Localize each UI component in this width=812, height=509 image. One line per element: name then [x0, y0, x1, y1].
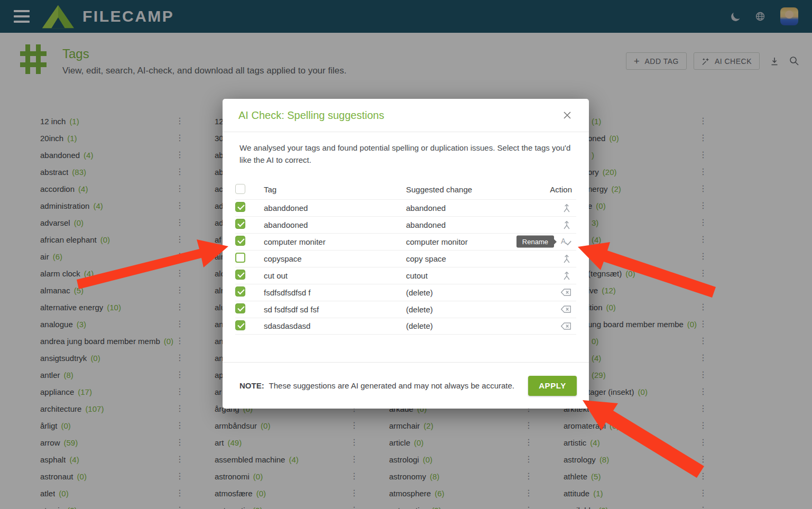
suggestion-row: computer monitercomputer monitorARename — [235, 233, 576, 250]
delete-action-icon[interactable] — [560, 303, 572, 315]
suggestions-table: Tag Suggested change Action abanddonedab… — [235, 180, 576, 335]
modal-description: We analysed your tags and found potentia… — [239, 142, 572, 166]
merge-action-icon[interactable] — [561, 202, 572, 213]
merge-action-icon[interactable] — [561, 253, 572, 264]
suggestion-row: cut outcutout — [235, 267, 576, 284]
suggestion-change: abandoned — [406, 220, 540, 229]
column-header-tag: Tag — [264, 185, 406, 194]
suggestion-tag: sdasdasdasd — [264, 321, 406, 330]
suggestion-row: sd fsdfsdf sd fsf(delete) — [235, 301, 576, 318]
ai-check-modal: AI Check: Spelling suggestions We analys… — [223, 99, 589, 409]
row-checkbox[interactable] — [235, 270, 245, 280]
rename-tooltip: Rename — [516, 236, 554, 248]
suggestion-row: copyspacecopy space — [235, 250, 576, 267]
merge-action-icon[interactable] — [561, 270, 572, 281]
suggestion-change: copy space — [406, 254, 540, 263]
suggestion-tag: fsdfsdfsdfsd f — [264, 288, 406, 297]
row-checkbox[interactable] — [235, 236, 245, 246]
suggestion-tag: cut out — [264, 271, 406, 280]
suggestion-tag: computer moniter — [264, 237, 406, 246]
row-checkbox[interactable] — [235, 320, 245, 330]
row-checkbox[interactable] — [235, 202, 245, 212]
suggestion-tag: abanddoned — [264, 203, 406, 212]
delete-action-icon[interactable] — [560, 320, 572, 332]
suggestion-row: abandoonedabandoned — [235, 216, 576, 233]
column-header-suggested: Suggested change — [406, 185, 540, 194]
row-checkbox[interactable] — [235, 286, 245, 297]
modal-note: NOTE: These suggestions are AI generated… — [239, 381, 514, 390]
suggestion-row: fsdfsdfsdfsd f(delete) — [235, 284, 576, 301]
suggestion-row: sdasdasdasd(delete) — [235, 318, 576, 335]
row-checkbox[interactable] — [235, 219, 245, 229]
suggestion-tag: copyspace — [264, 254, 406, 263]
table-header-row: Tag Suggested change Action — [235, 180, 576, 199]
row-checkbox[interactable] — [235, 253, 245, 263]
suggestion-change: (delete) — [406, 305, 540, 314]
suggestion-change: (delete) — [406, 288, 540, 297]
apply-button[interactable]: APPLY — [528, 376, 577, 396]
suggestion-change: (delete) — [406, 321, 540, 330]
rename-action-icon[interactable]: A — [560, 236, 572, 247]
suggestion-tag: sd fsdfsdf sd fsf — [264, 305, 406, 314]
modal-footer: NOTE: These suggestions are AI generated… — [223, 362, 589, 409]
svg-text:A: A — [561, 237, 566, 245]
merge-action-icon[interactable] — [561, 219, 572, 230]
suggestion-change: abandoned — [406, 203, 540, 212]
select-all-checkbox[interactable] — [235, 184, 245, 194]
row-checkbox[interactable] — [235, 303, 245, 313]
delete-action-icon[interactable] — [560, 286, 572, 298]
column-header-action: Action — [540, 185, 576, 194]
suggestion-row: abanddonedabandoned — [235, 199, 576, 216]
suggestion-tag: abandooned — [264, 220, 406, 229]
close-icon[interactable] — [561, 109, 573, 121]
app-screen: FILECAMP Tags View, edit, search, AI-che… — [0, 0, 812, 509]
modal-title: AI Check: Spelling suggestions — [238, 109, 384, 122]
suggestion-change: cutout — [406, 271, 540, 280]
